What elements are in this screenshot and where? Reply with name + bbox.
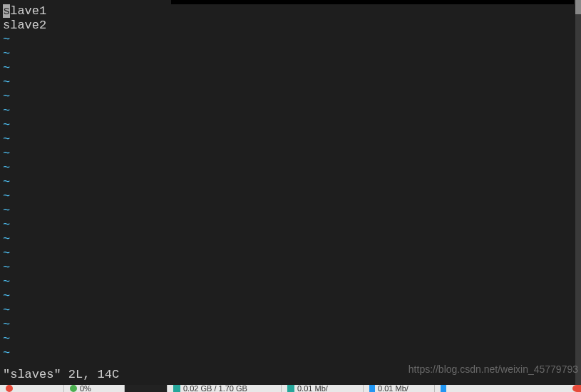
empty-line-tilde: ~	[3, 76, 578, 90]
empty-line-tilde: ~	[3, 261, 578, 275]
empty-line-tilde: ~	[3, 275, 578, 289]
empty-line-tilde: ~	[3, 175, 578, 190]
app-dot-icon	[6, 385, 13, 392]
taskbar-memory[interactable]: 0.02 GB / 1.70 GB	[168, 385, 282, 392]
memory-label: 0.02 GB / 1.70 GB	[183, 385, 247, 392]
scrollbar-thumb[interactable]	[575, 0, 581, 14]
empty-line-tilde: ~	[3, 190, 578, 204]
net-up-label: 0.01 Mb/	[378, 385, 408, 392]
system-taskbar[interactable]: 0% 0.02 GB / 1.70 GB 0.01 Mb/ 0.01 Mb/	[0, 385, 581, 392]
net-down-label: 0.01 Mb/	[297, 385, 328, 392]
scrollbar[interactable]	[575, 0, 581, 385]
upload-icon	[369, 385, 375, 392]
download-icon	[287, 385, 294, 392]
empty-line-tilde: ~	[3, 289, 578, 304]
empty-line-tilde: ~	[3, 104, 578, 118]
taskbar-extra[interactable]	[435, 385, 581, 392]
empty-line-tilde: ~	[3, 247, 578, 261]
empty-line-tilde: ~	[3, 90, 578, 104]
taskbar-net-down[interactable]: 0.01 Mb/	[282, 385, 364, 392]
empty-line-tilde: ~	[3, 33, 578, 47]
vim-status-line: "slaves" 2L, 14C	[3, 368, 119, 382]
empty-line-tilde: ~	[3, 118, 578, 133]
empty-line-tilde: ~	[3, 161, 578, 175]
empty-line-tilde: ~	[3, 346, 578, 361]
empty-line-tilde: ~	[3, 204, 578, 218]
cursor: s	[3, 4, 10, 18]
taskbar-net-up[interactable]: 0.01 Mb/	[364, 385, 435, 392]
empty-line-tilde: ~	[3, 304, 578, 318]
empty-line-tilde: ~	[3, 61, 578, 76]
cpu-percent-label: 0%	[80, 385, 91, 392]
taskbar-end-indicator[interactable]	[572, 385, 581, 392]
empty-line-tilde: ~	[3, 47, 578, 61]
taskbar-active-app[interactable]	[125, 385, 168, 392]
empty-line-tilde: ~	[3, 232, 578, 247]
line-text: lave1	[10, 4, 46, 18]
cpu-icon	[70, 385, 77, 392]
watermark-text: https://blog.csdn.net/weixin_45779793	[408, 362, 578, 376]
empty-line-tilde: ~	[3, 318, 578, 332]
empty-line-tilde: ~	[3, 133, 578, 147]
top-tab-indicator	[171, 0, 574, 4]
taskbar-cpu[interactable]: 0%	[64, 385, 125, 392]
memory-icon	[173, 385, 180, 392]
vim-editor[interactable]: slave1 slave2 ~~~~~~~~~~~~~~~~~~~~~~~ "s…	[0, 0, 581, 385]
editor-line-2: slave2	[3, 19, 578, 33]
taskbar-app-indicator[interactable]	[0, 385, 64, 392]
extra-icon	[441, 385, 446, 392]
empty-line-tilde: ~	[3, 147, 578, 161]
empty-line-tilde: ~	[3, 218, 578, 232]
editor-line-1: slave1	[3, 4, 578, 19]
empty-line-tilde: ~	[3, 332, 578, 346]
